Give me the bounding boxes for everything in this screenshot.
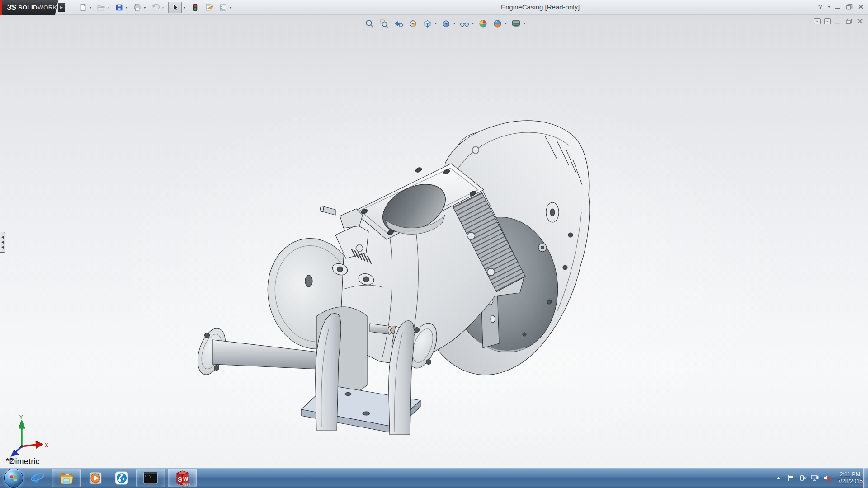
doc-minimize-button[interactable] bbox=[835, 18, 842, 24]
system-tray: 2:11 PM 7/28/2015 bbox=[774, 468, 863, 488]
save-dropdown[interactable] bbox=[125, 7, 128, 9]
start-button[interactable] bbox=[4, 469, 23, 488]
minimize-button[interactable] bbox=[835, 4, 842, 10]
undo-button[interactable] bbox=[150, 3, 160, 13]
power-plug-icon[interactable] bbox=[799, 474, 807, 482]
display-style-icon bbox=[441, 19, 451, 28]
featuremanager-splitter-handle[interactable] bbox=[0, 232, 5, 253]
save-floppy-icon bbox=[115, 3, 123, 12]
taskbar-media-player[interactable] bbox=[84, 469, 107, 487]
explorer-folder-icon bbox=[59, 471, 74, 485]
select-button[interactable] bbox=[168, 2, 182, 13]
command-prompt-icon: C:\ bbox=[143, 471, 158, 485]
view-settings-monitor-icon bbox=[511, 19, 521, 28]
previous-view-button[interactable] bbox=[392, 18, 404, 29]
new-dropdown[interactable] bbox=[89, 7, 92, 9]
open-folder-icon bbox=[97, 3, 105, 12]
collapse-arrow-icon bbox=[1, 241, 4, 244]
headsup-view-toolbar bbox=[363, 17, 528, 30]
view-orientation-button[interactable] bbox=[421, 18, 433, 29]
view-orientation-dropdown[interactable] bbox=[434, 23, 437, 24]
display-network-icon[interactable] bbox=[811, 474, 819, 482]
display-style-dropdown[interactable] bbox=[453, 23, 456, 24]
restore-button[interactable] bbox=[846, 4, 853, 10]
help-dropdown[interactable] bbox=[828, 6, 830, 8]
open-button[interactable] bbox=[96, 3, 106, 13]
previous-view-icon bbox=[394, 19, 403, 28]
taskbar-solidworks-2015[interactable]: S W 2015 bbox=[168, 469, 197, 487]
file-properties-icon bbox=[205, 3, 213, 12]
new-document-icon bbox=[79, 3, 87, 12]
edit-appearance-button[interactable] bbox=[477, 18, 489, 29]
doc-restore-button[interactable] bbox=[845, 18, 853, 24]
undo-dropdown[interactable] bbox=[161, 7, 164, 9]
taskbar-internet-explorer[interactable]: e bbox=[26, 469, 49, 487]
help-button[interactable]: ? bbox=[818, 3, 822, 10]
action-center-flag-icon[interactable] bbox=[787, 474, 795, 482]
share-app-icon bbox=[114, 471, 129, 485]
options-dropdown[interactable] bbox=[229, 7, 232, 9]
volume-muted-icon[interactable] bbox=[823, 474, 831, 482]
zoom-to-area-icon bbox=[379, 19, 389, 28]
print-icon bbox=[133, 3, 142, 12]
menu-expand-arrow[interactable]: ▶ bbox=[58, 3, 65, 12]
apply-scene-icon bbox=[493, 19, 502, 28]
doc-close-button[interactable] bbox=[856, 18, 863, 24]
undo-icon bbox=[151, 3, 160, 12]
zoom-to-fit-icon bbox=[365, 19, 374, 28]
options-button[interactable] bbox=[218, 3, 228, 13]
solidworks-logo[interactable]: ЗS SOLIDWORKS bbox=[2, 0, 58, 15]
triad-x-label: X bbox=[44, 441, 49, 449]
taskbar-command-prompt[interactable]: C:\ bbox=[136, 469, 165, 487]
show-hidden-icons-button[interactable] bbox=[774, 474, 783, 482]
show-desktop-button[interactable] bbox=[863, 468, 868, 488]
media-player-icon bbox=[88, 471, 103, 485]
view-settings-dropdown[interactable] bbox=[523, 23, 526, 24]
ds-logo-glyph: ЗS bbox=[7, 3, 16, 12]
clock-time: 2:11 PM bbox=[837, 471, 863, 478]
zoom-to-area-button[interactable] bbox=[378, 18, 390, 29]
svg-text:e: e bbox=[33, 470, 40, 485]
svg-text:W: W bbox=[183, 476, 189, 482]
display-style-button[interactable] bbox=[440, 18, 452, 29]
collapse-arrow-icon bbox=[1, 246, 4, 249]
file-properties-button[interactable] bbox=[204, 3, 214, 13]
taskbar-share-app[interactable] bbox=[110, 469, 133, 487]
windows-taskbar: e C:\ bbox=[0, 468, 868, 488]
print-dropdown[interactable] bbox=[143, 7, 146, 9]
close-button[interactable] bbox=[857, 4, 864, 10]
new-button[interactable] bbox=[78, 3, 88, 13]
print-button[interactable] bbox=[132, 3, 142, 13]
collapse-pane-right-button[interactable]: ▸ bbox=[824, 18, 831, 24]
clock-date: 7/28/2015 bbox=[837, 478, 863, 485]
internet-explorer-icon: e bbox=[30, 470, 45, 486]
hide-show-items-dropdown[interactable] bbox=[472, 23, 474, 24]
save-button[interactable] bbox=[114, 3, 124, 13]
collapse-arrow-icon bbox=[1, 236, 4, 239]
titlebar: ЗS SOLIDWORKS ▶ EngineCasing bbox=[0, 0, 868, 15]
select-dropdown[interactable] bbox=[183, 7, 186, 9]
taskbar-windows-explorer[interactable] bbox=[52, 469, 81, 487]
apply-scene-button[interactable] bbox=[491, 18, 503, 29]
document-window-controls: ◂ ▸ bbox=[814, 18, 863, 24]
view-settings-button[interactable] bbox=[510, 18, 522, 29]
hide-show-items-button[interactable] bbox=[458, 18, 470, 29]
document-title: EngineCasing [Read-only] bbox=[501, 3, 580, 11]
model-canvas: Y X Z bbox=[0, 15, 868, 468]
taskbar-clock[interactable]: 2:11 PM 7/28/2015 bbox=[837, 471, 863, 485]
windows-flag-icon bbox=[9, 474, 19, 483]
svg-text:S: S bbox=[178, 475, 182, 483]
open-dropdown[interactable] bbox=[107, 7, 110, 9]
engine-casing-model[interactable] bbox=[193, 121, 590, 435]
brand-name-bold: SOLID bbox=[18, 4, 38, 11]
solidworks-2015-icon: S W 2015 bbox=[174, 469, 191, 487]
svg-text:C:\: C:\ bbox=[145, 474, 151, 478]
collapse-pane-left-button[interactable]: ◂ bbox=[814, 18, 821, 24]
svg-text:2015: 2015 bbox=[182, 483, 190, 487]
rebuild-button[interactable] bbox=[190, 3, 200, 13]
section-view-button[interactable] bbox=[407, 18, 419, 29]
view-orientation-label: *Dimetric bbox=[6, 457, 40, 466]
zoom-to-fit-button[interactable] bbox=[363, 18, 375, 29]
apply-scene-dropdown[interactable] bbox=[505, 23, 507, 24]
options-checklist-icon bbox=[219, 3, 227, 12]
